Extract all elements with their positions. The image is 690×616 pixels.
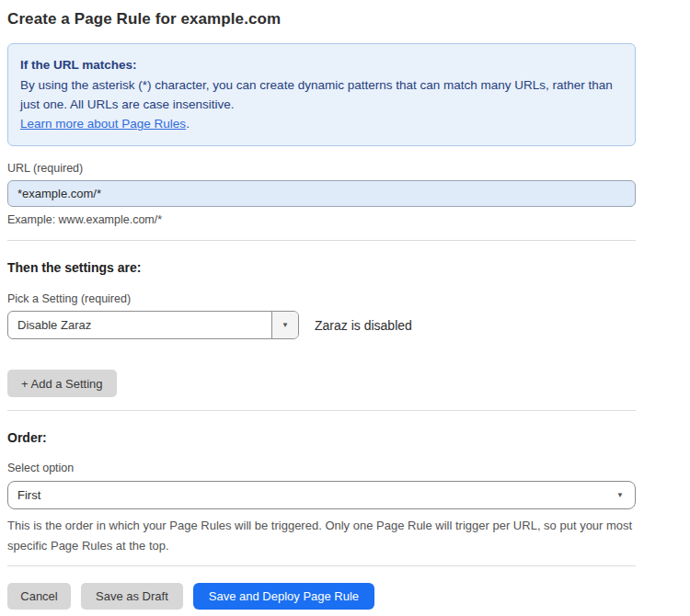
page-title: Create a Page Rule for example.com (7, 10, 636, 29)
add-setting-button[interactable]: + Add a Setting (7, 370, 117, 397)
cancel-button[interactable]: Cancel (7, 583, 71, 610)
url-field-label: URL (required) (7, 162, 636, 175)
info-box-heading: If the URL matches: (20, 55, 622, 74)
order-select[interactable]: First ▼ (7, 481, 636, 509)
divider (7, 240, 636, 241)
divider (7, 565, 636, 566)
url-input[interactable] (7, 180, 636, 207)
setting-row: Disable Zaraz ▼ Zaraz is disabled (7, 311, 636, 339)
url-match-info-box: If the URL matches: By using the asteris… (7, 43, 636, 146)
info-link-line: Learn more about Page Rules. (20, 114, 622, 133)
setting-select[interactable]: Disable Zaraz ▼ (7, 311, 299, 339)
order-help-text: This is the order in which your Page Rul… (7, 516, 633, 556)
url-example-text: Example: www.example.com/* (7, 213, 636, 226)
chevron-down-icon: ▼ (616, 492, 635, 499)
page-rule-form: Create a Page Rule for example.com If th… (0, 0, 643, 610)
info-link-suffix: . (186, 117, 190, 131)
form-actions: Cancel Save as Draft Save and Deploy Pag… (7, 583, 636, 610)
info-box-body: By using the asterisk (*) character, you… (20, 75, 622, 114)
order-select-label: Select option (7, 462, 636, 474)
setting-status-text: Zaraz is disabled (315, 318, 412, 333)
chevron-down-icon: ▼ (282, 322, 289, 329)
settings-section-heading: Then the settings are: (7, 260, 636, 275)
pick-setting-label: Pick a Setting (required) (7, 292, 636, 305)
setting-select-value: Disable Zaraz (8, 318, 271, 332)
learn-more-link[interactable]: Learn more about Page Rules (20, 117, 186, 131)
divider (7, 410, 636, 411)
order-section-heading: Order: (7, 430, 636, 445)
order-select-value: First (8, 488, 616, 502)
save-as-draft-button[interactable]: Save as Draft (81, 583, 183, 610)
setting-select-arrow-segment[interactable]: ▼ (271, 312, 298, 338)
save-and-deploy-button[interactable]: Save and Deploy Page Rule (193, 583, 374, 610)
